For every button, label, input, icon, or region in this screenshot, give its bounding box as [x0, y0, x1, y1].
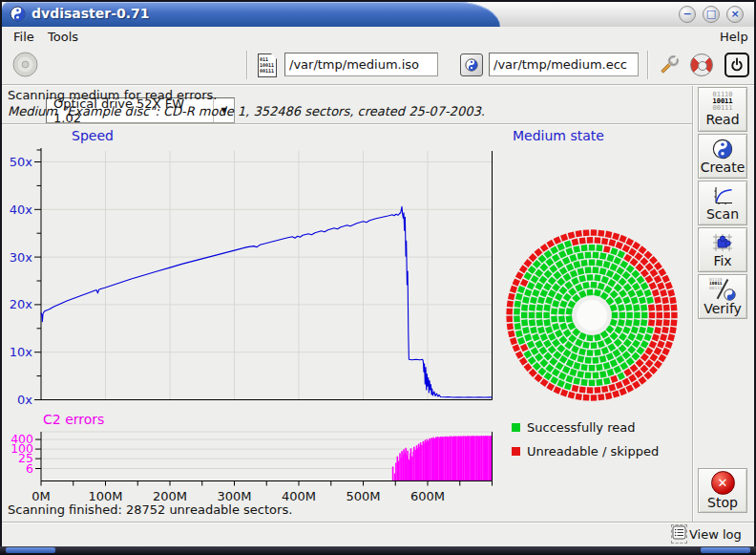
legend-item-unreadable: Unreadable / skipped [512, 444, 659, 459]
legend-label-unreadable: Unreadable / skipped [527, 444, 659, 459]
view-log-icon [672, 525, 686, 543]
separator-toolbar [2, 84, 754, 86]
separator-footer [2, 522, 754, 523]
verify-icon: 01110 10011 00111 [709, 278, 736, 301]
svg-text:30x: 30x [10, 250, 33, 265]
svg-text:300M: 300M [217, 489, 251, 503]
svg-text:20x: 20x [10, 297, 33, 311]
stop-button[interactable]: ✕ Stop [698, 468, 747, 513]
view-log-button[interactable]: View log [672, 525, 742, 543]
scan-label: Scan [706, 206, 739, 222]
read-button[interactable]: 01110 10011 00111 Read [698, 87, 747, 132]
svg-text:100M: 100M [88, 489, 122, 503]
menu-file[interactable]: File [10, 29, 38, 45]
scan-button[interactable]: Scan [698, 181, 747, 225]
resize-grip-left[interactable] [6, 547, 55, 553]
verify-button[interactable]: 01110 10011 00111 Verify [698, 274, 747, 319]
status-bottom: Scanning finished: 28752 unreadable sect… [8, 502, 292, 517]
c2-chart-title: C2 errors [43, 412, 104, 427]
legend-green-swatch-icon [512, 423, 520, 432]
toolbar: Optical drive 52X FW 1.02 ▼ 011 10011 00… [2, 46, 754, 84]
svg-text:200M: 200M [153, 489, 187, 503]
read-label: Read [705, 112, 739, 127]
optical-disc-icon [12, 52, 38, 77]
svg-text:500M: 500M [346, 489, 380, 503]
medium-state-title: Medium state [513, 128, 604, 143]
read-binary-icon: 01110 10011 00111 [712, 92, 732, 112]
ecc-file-button[interactable] [457, 51, 486, 79]
stop-icon: ✕ [711, 471, 735, 495]
app-window: dvdisaster-0.71 − □ × File Tools Help Op… [0, 0, 756, 555]
ecc-file-icon [460, 53, 483, 76]
fix-label: Fix [713, 253, 731, 268]
fix-button[interactable]: Fix [698, 227, 747, 272]
view-log-label: View log [689, 527, 742, 542]
toolbar-separator [246, 51, 248, 79]
quit-button[interactable] [723, 50, 751, 80]
stop-label: Stop [707, 495, 738, 510]
close-button[interactable]: × [726, 6, 744, 23]
svg-text:0M: 0M [32, 489, 51, 503]
window-bottom-border [0, 546, 756, 555]
legend-item-read: Successfully read [512, 420, 635, 435]
maximize-icon: □ [706, 8, 716, 20]
svg-text:6: 6 [26, 461, 33, 476]
svg-text:10x: 10x [10, 345, 33, 359]
verify-label: Verify [704, 301, 742, 316]
lifesaver-icon [690, 53, 713, 76]
window-title: dvdisaster-0.71 [32, 6, 150, 21]
svg-text:50x: 50x [10, 155, 33, 169]
status-line-2: Medium "Example disc": CD-R mode 1, 3524… [8, 104, 485, 118]
preferences-button[interactable] [655, 50, 683, 80]
iso-image-icon: 011 10011 00111 [258, 53, 277, 77]
wrench-icon [657, 53, 682, 77]
create-button[interactable]: Create [698, 134, 747, 179]
help-button[interactable] [688, 51, 715, 79]
close-icon: × [730, 8, 739, 20]
svg-text:400M: 400M [282, 489, 316, 503]
menubar: File Tools Help [2, 27, 754, 46]
status-line-1: Scanning medium for read errors. [8, 88, 217, 102]
ecc-file-input[interactable] [489, 53, 639, 76]
create-yinyang-icon [712, 139, 733, 160]
menu-tools[interactable]: Tools [44, 29, 82, 45]
medium-state-disc [498, 224, 689, 409]
app-yinyang-icon [10, 6, 26, 25]
minimize-button[interactable]: − [679, 6, 696, 23]
separator-status [2, 123, 692, 125]
svg-text:40x: 40x [10, 203, 33, 217]
image-file-button[interactable]: 011 10011 00111 [254, 51, 281, 79]
create-label: Create [701, 160, 746, 175]
power-icon [724, 53, 749, 77]
svg-text:0x: 0x [17, 393, 32, 407]
svg-text:600M: 600M [410, 489, 445, 503]
sidebar-separator [692, 86, 694, 522]
minimize-icon: − [682, 8, 691, 20]
scan-chart-icon [711, 185, 734, 206]
toolbar-separator-2 [647, 51, 649, 79]
fix-puzzle-icon [711, 232, 734, 253]
legend-label-read: Successfully read [527, 420, 635, 435]
image-file-input[interactable] [284, 53, 438, 76]
select-drive-button[interactable] [10, 49, 40, 79]
resize-grip-right[interactable] [701, 547, 750, 553]
menu-help[interactable]: Help [716, 29, 752, 45]
maximize-button[interactable]: □ [703, 6, 720, 23]
legend-red-swatch-icon [512, 447, 520, 456]
